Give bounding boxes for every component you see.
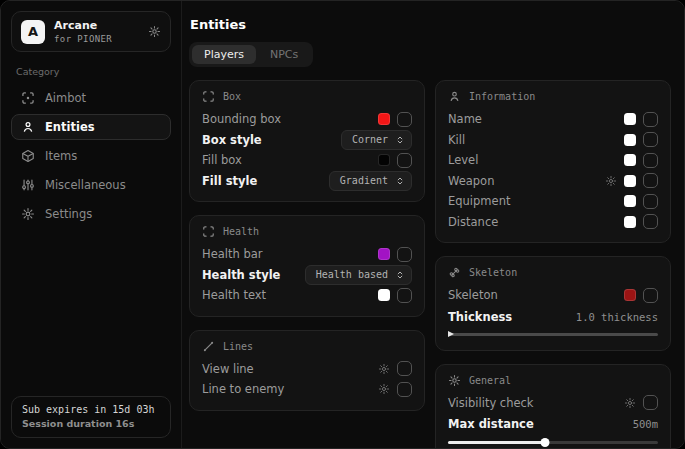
row-label: Visibility check (448, 396, 534, 410)
row-label: Health bar (202, 247, 263, 261)
color-swatch[interactable] (624, 195, 636, 207)
line-to-enemy-checkbox[interactable] (397, 382, 412, 397)
right-column: Information Name Kill (435, 80, 671, 449)
select-chevrons-icon (395, 176, 405, 186)
skeleton-checkbox[interactable] (643, 288, 658, 303)
gear-icon[interactable] (378, 363, 390, 375)
sidebar-item-label: Settings (45, 207, 92, 221)
slider-handle[interactable] (448, 331, 454, 337)
panel-general-header: General (448, 374, 658, 387)
color-swatch[interactable] (378, 113, 390, 125)
dropdown-value: Corner (352, 134, 388, 145)
row-label: Kill (448, 133, 465, 147)
row-label: Fill style (202, 174, 257, 188)
row-label: Box style (202, 133, 262, 147)
color-swatch[interactable] (378, 248, 390, 260)
max-distance-value: 500m (633, 418, 658, 430)
panel-information: Information Name Kill (435, 80, 671, 243)
health-style-dropdown[interactable]: Health based (305, 265, 412, 285)
color-swatch[interactable] (378, 154, 390, 166)
color-swatch[interactable] (624, 154, 636, 166)
sidebar-item-entities[interactable]: Entities (11, 114, 171, 140)
panel-health-header: Health (202, 225, 412, 238)
panel-information-header: Information (448, 90, 658, 103)
equipment-checkbox[interactable] (643, 194, 658, 209)
row-bounding-box: Bounding box (202, 109, 412, 130)
slider-fill (448, 441, 545, 444)
max-distance-slider[interactable] (448, 437, 658, 447)
sidebar: A Arcane for PIONER Category Aimbot Enti… (1, 1, 182, 448)
color-swatch[interactable] (624, 289, 636, 301)
kill-checkbox[interactable] (643, 132, 658, 147)
fill-style-dropdown[interactable]: Gradient (329, 171, 412, 191)
weapon-checkbox[interactable] (643, 173, 658, 188)
color-swatch[interactable] (624, 216, 636, 228)
brand-card: A Arcane for PIONER (11, 11, 171, 52)
level-checkbox[interactable] (643, 153, 658, 168)
gear-icon[interactable] (378, 383, 390, 395)
name-checkbox[interactable] (643, 112, 658, 127)
health-bar-checkbox[interactable] (397, 247, 412, 262)
row-label: Health style (202, 268, 280, 282)
panel-title: Skeleton (469, 267, 517, 278)
row-name: Name (448, 109, 658, 130)
panel-health: Health Health bar Health style H (189, 215, 425, 317)
entities-icon (21, 120, 35, 134)
row-skeleton: Skeleton (448, 285, 658, 306)
row-line-to-enemy: Line to enemy (202, 379, 412, 400)
thickness-slider[interactable] (448, 330, 658, 340)
gear-icon (448, 374, 461, 387)
tab-players[interactable]: Players (192, 45, 256, 64)
gear-icon[interactable] (148, 25, 161, 38)
bounding-box-checkbox[interactable] (397, 112, 412, 127)
row-distance: Distance (448, 212, 658, 233)
select-chevrons-icon (395, 135, 405, 145)
sidebar-item-aimbot[interactable]: Aimbot (11, 85, 171, 111)
tab-npcs[interactable]: NPCs (258, 45, 310, 64)
gear-icon[interactable] (624, 397, 636, 409)
row-label: Equipment (448, 194, 510, 208)
row-label: Fill box (202, 153, 242, 167)
brand-name: Arcane (54, 19, 112, 32)
sidebar-item-items[interactable]: Items (11, 143, 171, 169)
cube-icon (21, 149, 35, 163)
panel-general: General Visibility check Max distance 50… (435, 364, 671, 449)
gear-icon[interactable] (605, 175, 617, 187)
sidebar-item-miscellaneous[interactable]: Miscellaneous (11, 172, 171, 198)
row-kill: Kill (448, 130, 658, 151)
row-level: Level (448, 150, 658, 171)
row-label: Level (448, 153, 478, 167)
fill-box-checkbox[interactable] (397, 153, 412, 168)
color-swatch[interactable] (378, 289, 390, 301)
information-icon (448, 90, 461, 103)
sidebar-item-settings[interactable]: Settings (11, 201, 171, 227)
sidebar-item-label: Items (45, 149, 77, 163)
row-label: Distance (448, 215, 498, 229)
row-label: Bounding box (202, 112, 281, 126)
visibility-check-checkbox[interactable] (643, 395, 658, 410)
row-fill-style: Fill style Gradient (202, 171, 412, 192)
dropdown-value: Gradient (340, 175, 388, 186)
panel-title: Box (223, 91, 241, 102)
panel-lines-header: Lines (202, 340, 412, 353)
panel-lines: Lines View line Line to enemy (189, 330, 425, 411)
health-text-checkbox[interactable] (397, 288, 412, 303)
color-swatch[interactable] (624, 113, 636, 125)
panel-skeleton-header: Skeleton (448, 266, 658, 279)
page-title: Entities (190, 17, 671, 32)
session-duration-text: Session duration 16s (22, 418, 160, 429)
row-label: Line to enemy (202, 382, 284, 396)
row-label: Max distance (448, 417, 534, 431)
box-style-dropdown[interactable]: Corner (341, 130, 412, 150)
panel-box: Box Bounding box Box style Corne (189, 80, 425, 202)
view-line-checkbox[interactable] (397, 361, 412, 376)
color-swatch[interactable] (624, 134, 636, 146)
row-view-line: View line (202, 359, 412, 380)
panel-box-header: Box (202, 90, 412, 103)
row-fill-box: Fill box (202, 150, 412, 171)
color-swatch[interactable] (624, 175, 636, 187)
slider-handle[interactable] (540, 438, 549, 447)
distance-checkbox[interactable] (643, 214, 658, 229)
row-label: Weapon (448, 174, 494, 188)
brand-subtitle: for PIONER (54, 34, 112, 44)
